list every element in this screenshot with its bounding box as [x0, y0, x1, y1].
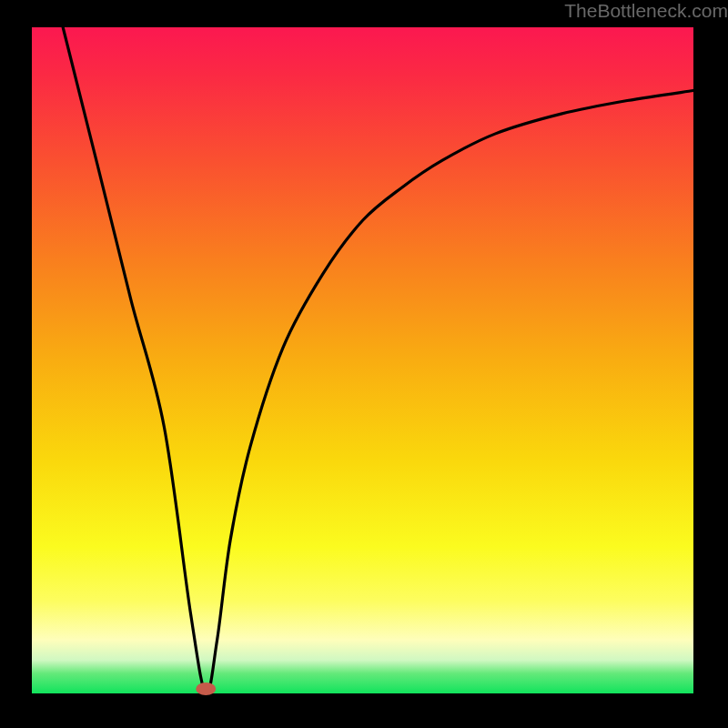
bottleneck-chart: [0, 0, 728, 728]
chart-frame: TheBottleneck.com: [0, 0, 728, 728]
watermark-label: TheBottleneck.com: [564, 0, 728, 22]
minimum-marker: [196, 682, 216, 695]
plot-background: [32, 27, 693, 693]
